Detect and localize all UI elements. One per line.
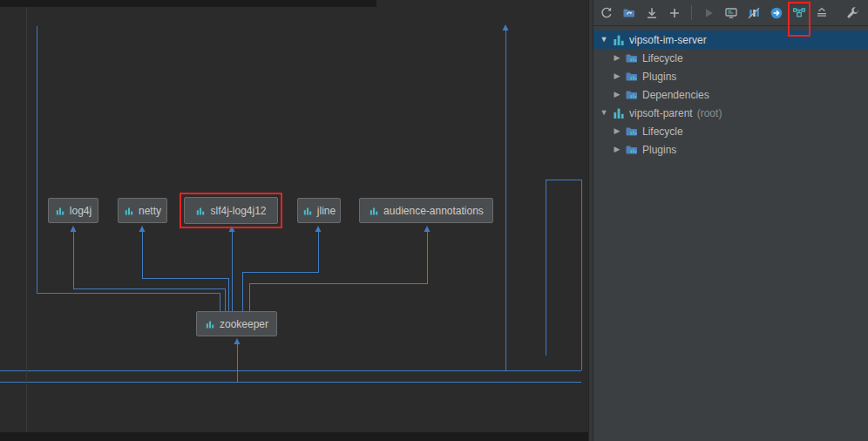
chevron-down-icon[interactable]: ▼ — [599, 104, 609, 122]
execute-icon — [724, 6, 738, 20]
tree-item-dependencies[interactable]: ▶Dependencies — [593, 85, 868, 104]
ide-window: log4jnettyslf4j-log4j12jlineaudience-ann… — [0, 0, 868, 441]
wrench-icon — [846, 6, 860, 20]
chevron-right-icon[interactable]: ▶ — [612, 67, 622, 85]
maven-settings-button[interactable] — [845, 5, 861, 21]
refresh-icon — [600, 6, 614, 20]
graph-node-netty[interactable]: netty — [118, 198, 167, 223]
folder-icon — [624, 125, 639, 139]
offline-icon — [770, 6, 783, 20]
chevron-right-icon[interactable]: ▶ — [612, 85, 622, 104]
skip-tests-icon — [747, 6, 761, 20]
dependencies-icon — [792, 6, 806, 20]
library-icon — [302, 206, 313, 216]
tree-item-label: Plugins — [642, 71, 676, 83]
chevron-right-icon[interactable]: ▶ — [612, 49, 622, 67]
library-icon — [369, 206, 379, 216]
tree-item-lifecycle[interactable]: ▶Lifecycle — [593, 122, 868, 140]
graph-node-slf4j-log4j12[interactable]: slf4j-log4j12 — [184, 197, 278, 224]
refresh-maven-button[interactable] — [599, 5, 614, 21]
maven-tool-window: ▼vipsoft-im-server▶Lifecycle▶Plugins▶Dep… — [593, 0, 868, 441]
show-dependencies-button[interactable] — [791, 5, 807, 21]
skip-tests-button[interactable] — [746, 5, 762, 21]
graph-node-label: log4j — [70, 205, 92, 217]
collapse-all-button[interactable] — [814, 5, 830, 21]
tree-item-vipsoft-im-server[interactable]: ▼vipsoft-im-server — [593, 31, 868, 49]
tree-item-label: Plugins — [642, 144, 676, 156]
library-icon — [124, 206, 134, 216]
tree-item-label: Dependencies — [642, 89, 709, 101]
graph-node-zookeeper[interactable]: zookeeper — [196, 311, 277, 336]
download-sources-button[interactable] — [644, 5, 660, 21]
offline-mode-button[interactable] — [769, 5, 784, 21]
graph-node-label: slf4j-log4j12 — [210, 205, 266, 217]
top-strip — [0, 0, 376, 7]
graph-node-log4j[interactable]: log4j — [48, 198, 98, 223]
folder-icon — [624, 70, 639, 84]
toolbar-separator — [691, 5, 692, 20]
collapse-icon — [815, 6, 829, 20]
chevron-right-icon[interactable]: ▶ — [612, 122, 622, 140]
library-icon — [55, 206, 65, 216]
graph-node-label: zookeeper — [220, 318, 268, 330]
graph-node-label: netty — [139, 205, 161, 217]
bottom-strip — [0, 432, 588, 441]
tree-item-lifecycle[interactable]: ▶Lifecycle — [593, 49, 868, 67]
graph-node-jline[interactable]: jline — [297, 198, 341, 223]
tree-item-plugins[interactable]: ▶Plugins — [593, 67, 868, 85]
maven-project-icon — [611, 33, 626, 47]
tree-item-label: vipsoft-im-server — [629, 34, 707, 46]
folder-icon — [624, 143, 639, 157]
maven-tree: ▼vipsoft-im-server▶Lifecycle▶Plugins▶Dep… — [593, 26, 868, 159]
download-icon — [645, 6, 659, 20]
maven-project-icon — [611, 106, 626, 120]
chevron-down-icon[interactable]: ▼ — [599, 31, 609, 49]
library-icon — [195, 206, 206, 216]
folder-icon — [624, 51, 639, 65]
tree-item-vipsoft-parent[interactable]: ▼vipsoft-parent(root) — [593, 104, 868, 122]
graph-node-audience-annotations[interactable]: audience-annotations — [359, 198, 493, 223]
sync-folders-icon — [622, 6, 636, 20]
folder-icon — [624, 88, 639, 102]
update-folders-button[interactable] — [621, 5, 637, 21]
graph-node-label: jline — [317, 205, 336, 217]
tree-item-plugins[interactable]: ▶Plugins — [593, 140, 868, 159]
tree-item-suffix: (root) — [697, 107, 722, 119]
dependency-graph-panel: log4jnettyslf4j-log4j12jlineaudience-ann… — [0, 0, 588, 441]
tree-item-label: vipsoft-parent — [629, 107, 693, 119]
library-icon — [205, 319, 215, 329]
run-build-button[interactable] — [701, 5, 716, 21]
chevron-right-icon[interactable]: ▶ — [612, 140, 622, 159]
graph-left-gutter — [26, 7, 27, 432]
plus-icon — [668, 6, 682, 20]
add-maven-project-button[interactable] — [667, 5, 682, 21]
play-icon — [702, 6, 715, 20]
maven-toolbar — [593, 0, 868, 26]
execute-goal-button[interactable] — [723, 5, 739, 21]
tree-item-label: Lifecycle — [642, 126, 683, 138]
graph-node-label: audience-annotations — [383, 205, 484, 217]
tree-item-label: Lifecycle — [642, 52, 683, 64]
